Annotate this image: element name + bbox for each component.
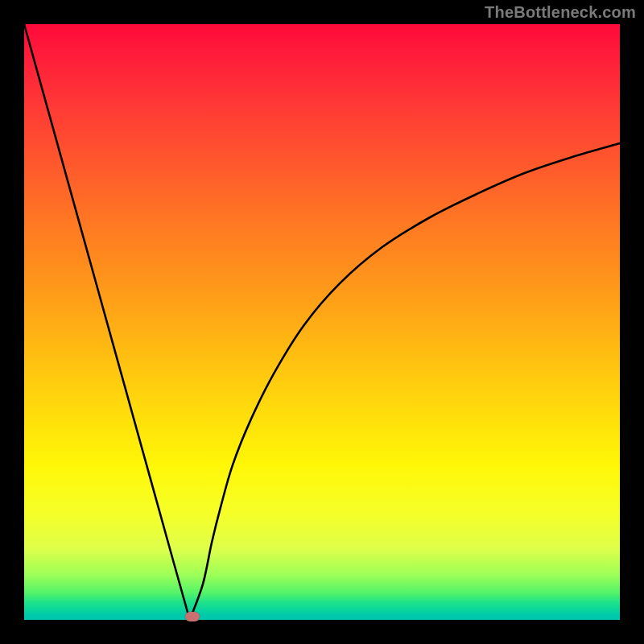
watermark-label: TheBottleneck.com: [485, 3, 636, 22]
plot-area: [24, 24, 620, 620]
curve-svg: [24, 24, 620, 620]
minimum-marker: [185, 612, 200, 621]
bottleneck-curve-path: [24, 24, 620, 620]
chart-frame: TheBottleneck.com: [0, 0, 644, 644]
